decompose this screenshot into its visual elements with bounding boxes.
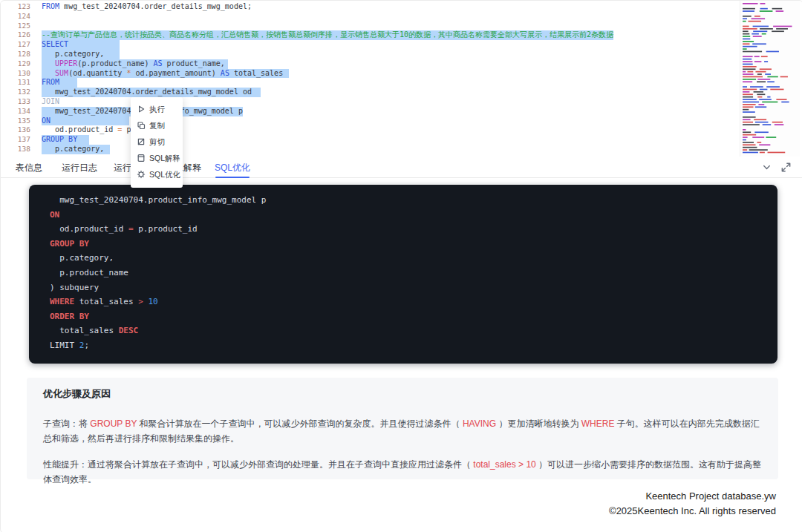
result-tabbar: 表信息运行日志运行结果SQL解释SQL优化 [1,158,802,178]
editor-line[interactable]: 136 od.product_id = p.product_id [1,125,737,135]
context-menu-label: 复制 [149,121,165,131]
tab-运行日志[interactable]: 运行日志 [62,158,97,178]
analysis-paragraph: 性能提升：通过将聚合计算放在子查询中，可以减少外部查询的处理量。并且在子查询中直… [43,457,762,487]
editor-line-text: FROM mwg_test_20240704.order_details_mwg… [42,2,252,12]
optimized-sql-line: p.product_name [50,266,777,280]
editor-line[interactable]: 126--查询订单与产品信息，统计按品类、商品名称分组，汇总销售额，按销售额总额… [1,30,737,40]
editor-line[interactable]: 132 mwg_test_20240704.order_details_mwg_… [1,88,737,97]
editor-line[interactable]: 129 UPPER(p.product_name) AS product_nam… [1,59,737,69]
context-menu-item-复制[interactable]: 复制 [131,118,183,134]
line-number: 136 [1,125,42,135]
editor-line[interactable]: 135ON [1,116,737,126]
line-number: 129 [1,59,42,69]
editor-line-text: GROUP BY [42,135,89,145]
optimized-sql-line: LIMIT 2; [50,338,777,353]
tabbar-actions [762,162,791,175]
editor-line[interactable]: 131FROM [1,78,737,88]
editor-line-text: ON [42,116,129,126]
editor-line-text: p.category, [42,50,120,59]
editor-line-text: FROM [42,78,77,88]
editor-lines: 123FROM mwg_test_20240704.order_details_… [1,2,737,154]
editor-context-menu: 执行复制剪切SQL解释SQL优化 [131,97,183,188]
editor-minimap[interactable] [740,1,800,157]
editor-line-text: SELECT [42,40,120,50]
line-number: 124 [1,12,42,22]
execute-icon [137,105,146,115]
line-number: 132 [1,88,42,97]
footer: Keentech Project database.yw ©2025Keente… [609,489,776,519]
optimized-sql-line: od.product_id = p.product_id [50,222,777,237]
editor-line[interactable]: 125 [1,22,737,31]
tab-表信息[interactable]: 表信息 [16,158,42,178]
context-menu-label: 剪切 [149,137,165,148]
editor-line-text: SUM(od.quantity * od.payment_amount) AS … [42,69,289,79]
context-menu-item-执行[interactable]: 执行 [131,102,183,118]
line-number: 123 [1,2,42,12]
line-number: 134 [1,107,42,116]
editor-line-text: UPPER(p.product_name) AS product_name, [42,59,228,69]
editor-line[interactable]: 128 p.category, [1,50,737,59]
cut-icon [137,137,146,148]
copy-icon [137,121,146,131]
optimized-sql-line: total_sales DESC [50,324,777,338]
editor-line-text: --查询订单与产品信息，统计按品类、商品名称分组，汇总销售额，按销售额总额倒序排… [42,30,613,40]
editor-line[interactable]: 137GROUP BY [1,135,737,145]
app-window: 123FROM mwg_test_20240704.order_details_… [0,0,802,532]
optimized-sql-line: GROUP BY [50,237,777,252]
sql-explain-icon [137,154,146,164]
sql-editor[interactable]: 123FROM mwg_test_20240704.order_details_… [1,2,737,158]
context-menu-label: 执行 [149,105,165,115]
editor-line-text: JOIN [42,97,59,107]
context-menu-item-剪切[interactable]: 剪切 [131,134,183,151]
line-number: 126 [1,30,42,40]
editor-line-text: mwg_test_20240704.order_details_mwg_mode… [42,88,261,97]
editor-line[interactable]: 130 SUM(od.quantity * od.payment_amount)… [1,69,737,79]
line-number: 135 [1,116,42,126]
optimized-sql-line: mwg_test_20240704.product_info_mwg_model… [50,193,777,208]
analysis-paragraphs: 子查询：将 GROUP BY 和聚合计算放在一个子查询中，可以减少外部查询的复杂… [43,416,762,487]
chevron-down-icon[interactable] [762,162,772,175]
context-menu-label: SQL解释 [149,154,180,164]
optimized-sql-line: WHERE total_sales > 10 [50,295,777,309]
editor-line[interactable]: 124 [1,12,737,22]
editor-line-text: p.category, [42,145,110,154]
footer-project: Keentech Project database.yw [609,489,776,504]
context-menu-item-SQL优化[interactable]: SQL优化 [131,167,183,183]
tab-SQL优化[interactable]: SQL优化 [215,158,250,178]
context-menu-label: SQL优化 [149,170,180,180]
analysis-paragraph: 子查询：将 GROUP BY 和聚合计算放在一个子查询中，可以减少外部查询的复杂… [43,416,762,446]
line-number: 128 [1,50,42,59]
line-number: 130 [1,69,42,79]
editor-line[interactable]: 134 mwg_test_20240704.product_info_mwg_m… [1,107,737,116]
optimized-sql-line: p.category, [50,251,777,266]
optimized-sql-line: ON [50,208,777,223]
line-number: 133 [1,97,42,107]
context-menu-item-SQL解释[interactable]: SQL解释 [131,151,183,167]
editor-line[interactable]: 133JOIN [1,97,737,107]
editor-line[interactable]: 127SELECT [1,40,737,50]
line-number: 131 [1,78,42,88]
editor-line[interactable]: 138 p.category, [1,145,737,154]
line-number: 138 [1,145,42,154]
line-number: 127 [1,40,42,50]
editor-line[interactable]: 123FROM mwg_test_20240704.order_details_… [1,2,737,12]
line-number: 137 [1,135,42,145]
optimized-sql-panel: mwg_test_20240704.product_info_mwg_model… [29,185,777,364]
optimized-sql-line: ) subquery [50,280,777,295]
analysis-title: 优化步骤及原因 [43,387,762,401]
fullscreen-icon[interactable] [781,162,791,175]
footer-copyright: ©2025Keentech Inc. All rights reserved [609,504,776,519]
line-number: 125 [1,22,42,31]
optimized-sql-line: ORDER BY [50,309,777,324]
optimization-analysis-panel: 优化步骤及原因 子查询：将 GROUP BY 和聚合计算放在一个子查询中，可以减… [27,378,778,479]
sql-optimize-icon [137,170,146,180]
